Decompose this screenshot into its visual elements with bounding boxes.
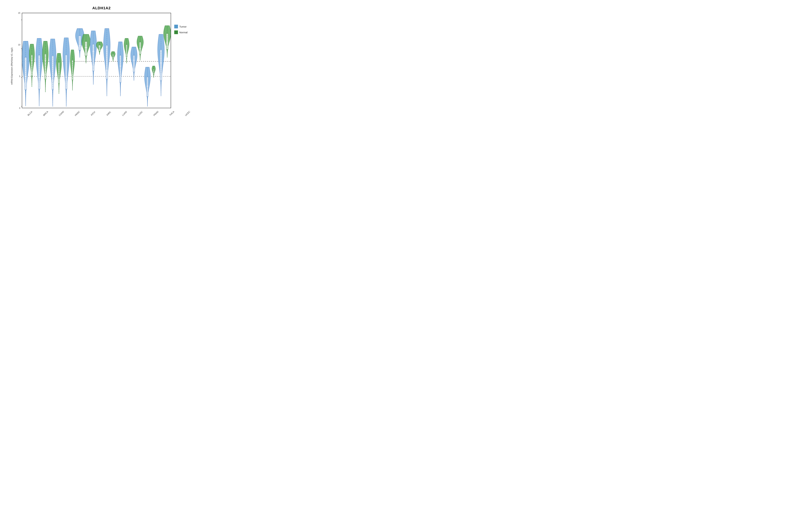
svg-rect-390 bbox=[107, 78, 107, 78]
svg-rect-327 bbox=[93, 76, 94, 77]
svg-rect-67 bbox=[32, 80, 32, 80]
svg-rect-651 bbox=[161, 34, 161, 35]
svg-rect-46 bbox=[26, 69, 26, 70]
svg-rect-525 bbox=[134, 55, 134, 55]
svg-rect-612 bbox=[153, 67, 154, 67]
svg-rect-573 bbox=[147, 89, 148, 89]
svg-rect-309 bbox=[86, 49, 86, 50]
svg-rect-59 bbox=[26, 45, 26, 45]
svg-rect-618 bbox=[161, 94, 161, 94]
svg-rect-187 bbox=[59, 83, 59, 83]
svg-rect-295 bbox=[80, 30, 80, 31]
svg-rect-62 bbox=[31, 55, 33, 76]
svg-rect-467 bbox=[120, 53, 120, 53]
svg-rect-162 bbox=[52, 72, 53, 73]
svg-rect-524 bbox=[134, 56, 134, 56]
svg-rect-184 bbox=[59, 89, 59, 90]
svg-rect-169 bbox=[52, 58, 53, 59]
svg-rect-635 bbox=[161, 63, 161, 63]
svg-rect-353 bbox=[93, 35, 94, 36]
svg-rect-583 bbox=[147, 77, 148, 77]
svg-rect-329 bbox=[93, 73, 94, 73]
svg-rect-99 bbox=[39, 80, 39, 80]
svg-rect-561 bbox=[147, 103, 148, 103]
svg-rect-326 bbox=[93, 78, 94, 78]
legend-normal-box bbox=[174, 31, 178, 34]
svg-rect-103 bbox=[39, 72, 39, 72]
svg-rect-337 bbox=[93, 60, 94, 61]
svg-rect-287 bbox=[80, 37, 80, 37]
svg-rect-236 bbox=[66, 42, 66, 42]
svg-rect-647 bbox=[161, 41, 161, 42]
svg-rect-398 bbox=[107, 62, 107, 62]
svg-rect-102 bbox=[39, 74, 39, 74]
svg-rect-252 bbox=[72, 67, 73, 67]
svg-rect-277 bbox=[80, 45, 80, 46]
svg-rect-313 bbox=[86, 43, 86, 44]
svg-rect-267 bbox=[80, 54, 80, 54]
svg-rect-399 bbox=[107, 60, 107, 60]
svg-rect-110 bbox=[39, 58, 39, 58]
svg-rect-590 bbox=[147, 69, 148, 70]
svg-rect-449 bbox=[120, 81, 120, 82]
svg-rect-335 bbox=[93, 64, 94, 64]
svg-rect-260 bbox=[72, 50, 73, 50]
svg-rect-47 bbox=[26, 68, 26, 68]
svg-rect-154 bbox=[52, 88, 53, 89]
svg-rect-137 bbox=[45, 54, 46, 55]
legend-tumor: Tumor bbox=[174, 25, 195, 29]
svg-rect-74 bbox=[32, 64, 32, 64]
svg-rect-644 bbox=[161, 47, 161, 47]
svg-rect-465 bbox=[120, 56, 120, 56]
svg-rect-347 bbox=[93, 45, 94, 45]
svg-rect-454 bbox=[120, 73, 120, 74]
svg-rect-372 bbox=[99, 46, 100, 46]
svg-rect-462 bbox=[120, 61, 120, 61]
svg-rect-470 bbox=[120, 48, 120, 48]
svg-rect-108 bbox=[39, 62, 39, 62]
svg-rect-406 bbox=[107, 46, 107, 47]
svg-rect-249 bbox=[72, 73, 73, 73]
svg-rect-528 bbox=[134, 52, 134, 52]
svg-rect-605 bbox=[153, 71, 154, 72]
svg-rect-279 bbox=[80, 44, 80, 44]
svg-rect-385 bbox=[107, 88, 107, 88]
svg-rect-308 bbox=[86, 51, 86, 51]
svg-rect-588 bbox=[147, 71, 148, 72]
svg-rect-208 bbox=[66, 98, 66, 98]
svg-rect-491 bbox=[126, 45, 127, 45]
svg-rect-170 bbox=[52, 57, 53, 57]
svg-rect-597 bbox=[153, 76, 154, 76]
svg-rect-82 bbox=[32, 46, 32, 47]
svg-rect-168 bbox=[52, 60, 53, 61]
svg-rect-538 bbox=[140, 57, 140, 58]
svg-rect-285 bbox=[80, 39, 80, 39]
svg-rect-633 bbox=[161, 67, 161, 67]
svg-rect-575 bbox=[147, 87, 148, 87]
svg-rect-411 bbox=[107, 36, 107, 37]
svg-rect-142 bbox=[45, 41, 46, 41]
svg-rect-32 bbox=[26, 96, 26, 97]
svg-rect-595 bbox=[153, 77, 154, 77]
svg-rect-479 bbox=[126, 60, 127, 61]
svg-rect-190 bbox=[59, 76, 59, 77]
svg-rect-395 bbox=[107, 68, 107, 68]
x-axis-labels: BLCABRCACOADHNSCKICHKIRCLUADLUSCPRADTHCA… bbox=[21, 113, 195, 121]
svg-rect-433 bbox=[113, 53, 113, 54]
svg-rect-68 bbox=[32, 77, 32, 78]
svg-rect-215 bbox=[66, 84, 66, 84]
svg-rect-297 bbox=[80, 29, 80, 29]
svg-rect-394 bbox=[107, 70, 107, 70]
svg-rect-264 bbox=[80, 56, 80, 57]
svg-rect-589 bbox=[147, 70, 148, 71]
svg-rect-614 bbox=[153, 66, 154, 66]
svg-rect-537 bbox=[140, 59, 140, 59]
svg-rect-282 bbox=[80, 41, 80, 41]
svg-rect-500 bbox=[134, 79, 134, 79]
svg-rect-79 bbox=[32, 53, 32, 53]
svg-rect-147 bbox=[52, 102, 53, 102]
svg-rect-83 bbox=[32, 44, 32, 44]
svg-rect-435 bbox=[113, 52, 113, 53]
svg-rect-55 bbox=[26, 52, 26, 53]
svg-rect-648 bbox=[161, 40, 161, 40]
